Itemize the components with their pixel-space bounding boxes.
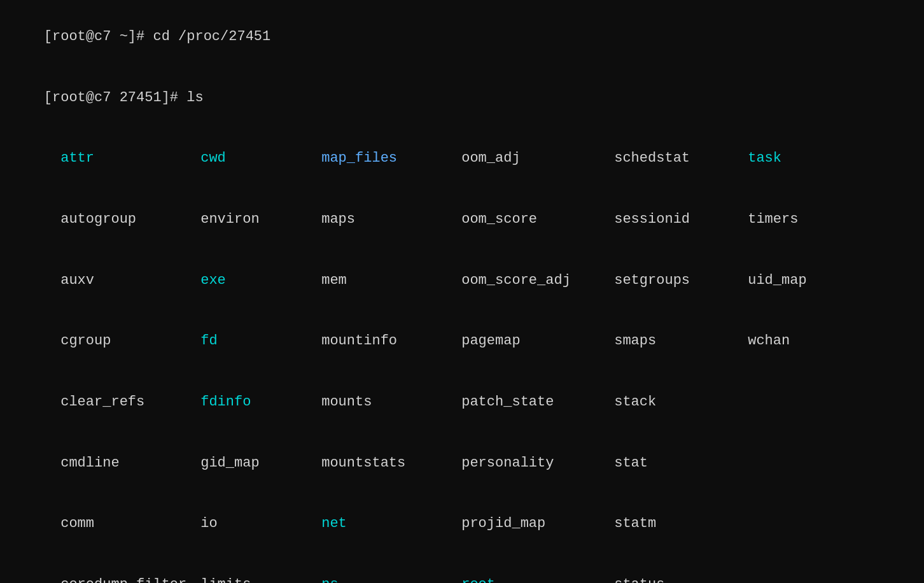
prompt-2: [root@c7 27451]# ls (44, 90, 204, 106)
ls-personality: personality (461, 453, 614, 474)
ls-mountinfo: mountinfo (321, 331, 461, 351)
ls-io: io (200, 514, 321, 534)
ls-mapfiles: map_files (321, 148, 461, 169)
ls-setgroups: setgroups (614, 270, 748, 291)
ls-exe: exe (200, 270, 321, 291)
ls-row-7: coredump_filterlimitsnsrootstatus (10, 554, 914, 583)
ls-status: status (614, 575, 748, 583)
ls-comm: comm (60, 514, 200, 534)
ls-coredumpfilter: coredump_filter (60, 575, 200, 583)
ls-oomscoreAdj: oom_score_adj (461, 270, 614, 291)
ls-maps: maps (321, 209, 461, 230)
ls-patchstate: patch_state (461, 392, 614, 412)
ls-limits: limits (200, 575, 321, 583)
ls-stack: stack (614, 392, 748, 412)
ls-uidmap: uid_map (748, 270, 862, 291)
ls-pagemap: pagemap (461, 331, 614, 351)
ls-oomadj: oom_adj (461, 148, 614, 169)
ls-row-3: cgroupfdmountinfopagemapsmapswchan (10, 311, 914, 372)
ls-environ: environ (200, 209, 321, 230)
ls-autogroup: autogroup (60, 209, 200, 230)
command-line-2: [root@c7 27451]# ls (10, 67, 914, 129)
ls-statm: statm (614, 514, 748, 534)
ls-sessionid: sessionid (614, 209, 748, 230)
ls-schedstat: schedstat (614, 148, 748, 169)
ls-task: task (748, 148, 862, 169)
ls-net: net (321, 514, 461, 534)
ls-attr: attr (60, 148, 200, 169)
ls-wchan: wchan (748, 331, 862, 351)
ls-row-6: commionetprojid_mapstatm (10, 493, 914, 554)
ls-fd: fd (200, 331, 321, 351)
ls-clearrefs: clear_refs (60, 392, 200, 412)
ls-cwd: cwd (200, 148, 321, 169)
ls-oomscore: oom_score (461, 209, 614, 230)
ls-row-5: cmdlinegid_mapmountstatspersonalitystat (10, 433, 914, 494)
ls-row-2: auxvexememoom_score_adjsetgroupsuid_map (10, 250, 914, 311)
ls-timers: timers (748, 209, 862, 230)
ls-row-4: clear_refsfdinfomountspatch_statestack (10, 372, 914, 433)
terminal: [root@c7 ~]# cd /proc/27451 [root@c7 274… (10, 6, 914, 583)
ls-row-0: attrcwdmap_filesoom_adjschedstattask (10, 128, 914, 189)
ls-row-1: autogroupenvironmapsoom_scoresessionidti… (10, 189, 914, 250)
ls-fdinfo: fdinfo (200, 392, 321, 412)
ls-smaps: smaps (614, 331, 748, 351)
ls-cgroup: cgroup (60, 331, 200, 351)
prompt-1: [root@c7 ~]# cd /proc/27451 (44, 29, 270, 45)
ls-ns: ns (321, 575, 461, 583)
ls-root: root (461, 575, 614, 583)
ls-mountstats: mountstats (321, 453, 461, 474)
ls-mem: mem (321, 270, 461, 291)
command-line-1: [root@c7 ~]# cd /proc/27451 (10, 6, 914, 67)
ls-output: attrcwdmap_filesoom_adjschedstattask aut… (10, 128, 914, 583)
ls-stat: stat (614, 453, 748, 474)
ls-auxv: auxv (60, 270, 200, 291)
ls-projidmap: projid_map (461, 514, 614, 534)
ls-mounts: mounts (321, 392, 461, 412)
ls-gidmap: gid_map (200, 453, 321, 474)
ls-cmdline: cmdline (60, 453, 200, 474)
